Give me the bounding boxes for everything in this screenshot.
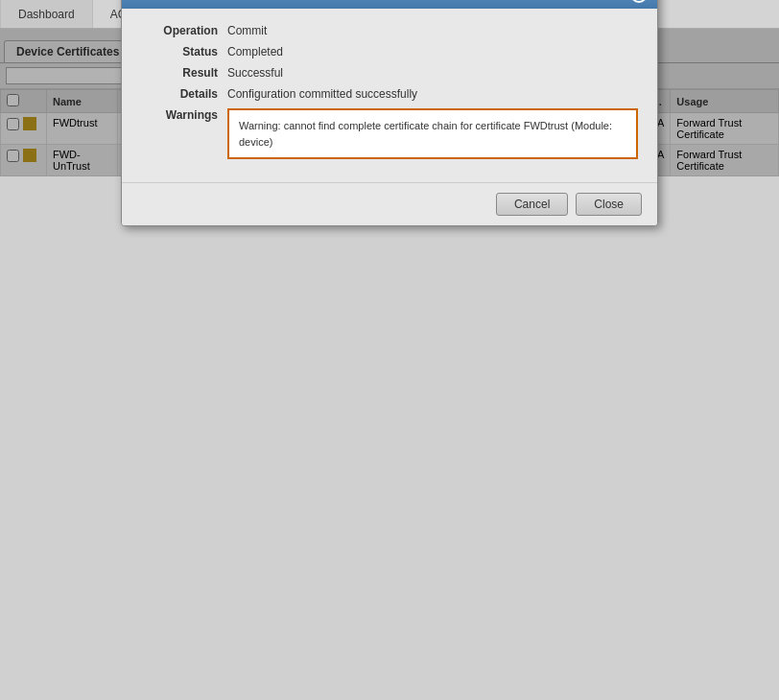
- close-button[interactable]: Close: [576, 193, 642, 216]
- operation-value: Commit: [227, 24, 267, 37]
- operation-row: Operation Commit: [141, 24, 638, 37]
- result-value: Successful: [227, 66, 283, 80]
- result-label: Result: [141, 66, 218, 80]
- modal-overlay: Commit Status ? Operation Commit Status …: [0, 29, 779, 176]
- result-row: Result Successful: [141, 66, 638, 80]
- status-row: Status Completed: [141, 45, 638, 58]
- help-icon[interactable]: ?: [630, 0, 648, 3]
- warnings-row: Warnings Warning: cannot find complete c…: [141, 108, 638, 159]
- commit-status-dialog: Commit Status ? Operation Commit Status …: [121, 0, 658, 226]
- dialog-title: Commit Status: [131, 0, 220, 2]
- warnings-label: Warnings: [141, 108, 218, 159]
- dialog-body: Operation Commit Status Completed Result…: [122, 9, 657, 182]
- details-row: Details Configuration committed successf…: [141, 87, 638, 101]
- details-label: Details: [141, 87, 218, 101]
- details-value: Configuration committed successfully: [227, 87, 417, 101]
- nav-tab-dashboard[interactable]: Dashboard: [0, 0, 93, 28]
- status-value: Completed: [227, 45, 283, 58]
- operation-label: Operation: [141, 24, 218, 37]
- cancel-button[interactable]: Cancel: [496, 193, 568, 216]
- status-label: Status: [141, 45, 218, 58]
- dialog-footer: Cancel Close: [122, 182, 657, 225]
- dialog-header: Commit Status ?: [122, 0, 657, 9]
- main-content: Device Certificates Default Trusted Cert…: [0, 29, 779, 176]
- warnings-box: Warning: cannot find complete certificat…: [227, 108, 638, 159]
